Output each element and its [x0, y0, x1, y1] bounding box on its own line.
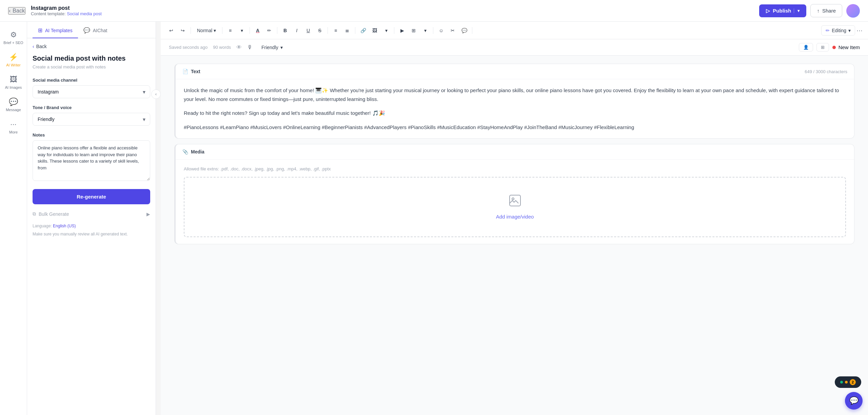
- media-upload-area[interactable]: Add image/video: [184, 177, 846, 237]
- page-subtitle: Content template: Social media post: [31, 11, 102, 16]
- link-button[interactable]: 🔗: [358, 25, 368, 36]
- ai-writer-icon: ⚡: [9, 53, 18, 62]
- mic-icon[interactable]: 🎙: [247, 44, 253, 50]
- text-card-body[interactable]: Unlock the magic of music from the comfo…: [176, 79, 854, 138]
- chat-button[interactable]: 💬: [845, 392, 863, 410]
- text-paragraph-1: Unlock the magic of music from the comfo…: [184, 86, 846, 103]
- channel-label: Social media channel: [33, 78, 150, 83]
- toolbar-separator-9: [472, 27, 472, 34]
- toolbar-separator-5: [328, 27, 328, 34]
- status-dot-yellow: [845, 381, 848, 383]
- media-card-header-left: 📎 Media: [182, 149, 204, 154]
- language-value-link[interactable]: English (US): [53, 224, 76, 228]
- panel-tabs: ⊞ AI Templates 💬 AIChat: [27, 22, 156, 38]
- toolbar-separator-7: [394, 27, 394, 34]
- media-card-icon: 📎: [182, 149, 188, 154]
- brief-seo-icon: ⚙: [10, 30, 17, 39]
- panel-back-link[interactable]: ‹ Back: [33, 44, 150, 49]
- comment-button[interactable]: 💬: [459, 25, 469, 36]
- channel-select[interactable]: Instagram Facebook Twitter LinkedIn: [33, 85, 150, 98]
- cut-button[interactable]: ✂: [448, 25, 458, 36]
- share-button[interactable]: ↑ Share: [810, 4, 842, 17]
- text-paragraph-2: Ready to hit the right notes? Sign up to…: [184, 109, 846, 118]
- tab-ai-templates[interactable]: ⊞ AI Templates: [33, 22, 78, 38]
- publish-button[interactable]: ▷ Publish ▾: [759, 4, 806, 17]
- text-style-select[interactable]: Normal ▾: [194, 26, 219, 35]
- sidebar-item-ai-images[interactable]: 🖼 AI Images: [2, 72, 25, 93]
- sidebar-item-ai-writer[interactable]: ⚡ AI Writer: [2, 49, 25, 70]
- ai-images-icon: 🖼: [10, 75, 17, 84]
- toolbar-more-button[interactable]: ⋯: [856, 27, 863, 34]
- top-nav: ‹ Back Instagram post Content template: …: [0, 0, 868, 22]
- strikethrough-button[interactable]: S: [315, 25, 325, 36]
- new-item-container: New Item: [832, 44, 860, 50]
- table-button[interactable]: ⊞: [409, 25, 419, 36]
- tab-aichat[interactable]: 💬 AIChat: [78, 22, 113, 38]
- bullet-list-button[interactable]: ≡: [331, 25, 341, 36]
- italic-button[interactable]: I: [292, 25, 302, 36]
- media-editor-card: 📎 Media Allowed file extns: .pdf, .doc, …: [174, 144, 854, 244]
- user-icon-btn[interactable]: 👤: [799, 43, 813, 51]
- ai-templates-tab-icon: ⊞: [38, 27, 42, 34]
- publish-icon: ▷: [766, 8, 770, 14]
- text-style-label: Normal: [197, 28, 212, 33]
- tone-label: Tone / Brand voice: [33, 105, 150, 110]
- bold-button[interactable]: B: [280, 25, 290, 36]
- underline-button[interactable]: U: [303, 25, 313, 36]
- bulk-generate[interactable]: ⧉ Bulk Generate ▶: [33, 211, 150, 217]
- highlight-button[interactable]: ✏: [264, 25, 274, 36]
- editing-button[interactable]: ✏ Editing ▾: [821, 25, 855, 36]
- sidebar-item-more[interactable]: ··· More: [2, 117, 25, 138]
- back-chevron-icon: ‹: [9, 8, 11, 14]
- media-card-header: 📎 Media: [176, 144, 854, 160]
- align-button[interactable]: ≡: [225, 25, 235, 36]
- hashtags: #PianoLessons #LearnPiano #MusicLovers #…: [184, 123, 846, 132]
- collapse-panel-button[interactable]: ‹: [151, 89, 161, 99]
- toolbar-separator-8: [433, 27, 433, 34]
- saved-status: Saved seconds ago: [169, 45, 208, 50]
- play-button[interactable]: ▶: [397, 25, 407, 36]
- regenerate-button[interactable]: Re-generate: [33, 189, 150, 204]
- panel-content: ‹ Back Social media post with notes Crea…: [27, 38, 156, 415]
- content-template-label: Content template:: [31, 11, 66, 16]
- sidebar-item-message[interactable]: 💬 Message: [2, 94, 25, 115]
- text-card-header-left: 📄 Text: [182, 69, 200, 74]
- tone-selector[interactable]: Friendly ▾: [258, 43, 286, 51]
- top-nav-left: ‹ Back Instagram post Content template: …: [8, 5, 102, 16]
- image-dropdown-button[interactable]: ▾: [381, 25, 391, 36]
- emoji-button[interactable]: ☺: [436, 25, 446, 36]
- tone-select[interactable]: Friendly Professional Casual Formal: [33, 113, 150, 126]
- text-color-button[interactable]: A: [253, 25, 263, 36]
- sidebar-item-brief-seo[interactable]: ⚙ Brief + SEO: [2, 27, 25, 48]
- editor-toolbar: ↩ ↪ Normal ▾ ≡ ▾ A ✏ B I U S ≡ ≣ 🔗 🖼 ▾: [161, 22, 868, 39]
- panel-wrapper: ⊞ AI Templates 💬 AIChat ‹ Back Social me…: [27, 22, 161, 415]
- status-right: 👤 ⊞ New Item: [799, 43, 860, 51]
- toolbar-separator-1: [191, 27, 191, 34]
- float-status-bar: 2: [835, 376, 861, 388]
- ordered-list-button[interactable]: ≣: [342, 25, 352, 36]
- status-dot-green: [840, 381, 843, 383]
- sidebar-label-more: More: [9, 130, 18, 134]
- notes-textarea[interactable]: Online piano lessons offer a flexible an…: [33, 140, 150, 181]
- status-bar: Saved seconds ago 90 words 👁 🎙 Friendly …: [161, 39, 868, 56]
- editing-label: Editing: [832, 28, 846, 33]
- editing-chevron-icon: ▾: [848, 28, 851, 33]
- char-count: 649 / 3000 characters: [805, 69, 847, 74]
- template-desc: Create a social media post with notes: [33, 64, 150, 69]
- undo-button[interactable]: ↩: [166, 25, 176, 36]
- grid-icon-btn[interactable]: ⊞: [816, 43, 829, 51]
- media-card-title: Media: [191, 149, 204, 154]
- back-button[interactable]: ‹ Back: [8, 7, 25, 15]
- new-item-dot: [832, 46, 836, 49]
- publish-chevron-icon[interactable]: ▾: [794, 8, 800, 13]
- language-info: Language: English (US): [33, 224, 150, 228]
- redo-button[interactable]: ↪: [178, 25, 188, 36]
- tone-field-group: Tone / Brand voice Friendly Professional…: [33, 105, 150, 126]
- image-button[interactable]: 🖼: [370, 25, 380, 36]
- eye-icon[interactable]: 👁: [236, 44, 242, 50]
- content-template-link[interactable]: Social media post: [67, 11, 102, 16]
- table-dropdown-button[interactable]: ▾: [420, 25, 430, 36]
- avatar[interactable]: [846, 4, 860, 18]
- share-label: Share: [822, 8, 836, 14]
- align-chevron-button[interactable]: ▾: [237, 25, 247, 36]
